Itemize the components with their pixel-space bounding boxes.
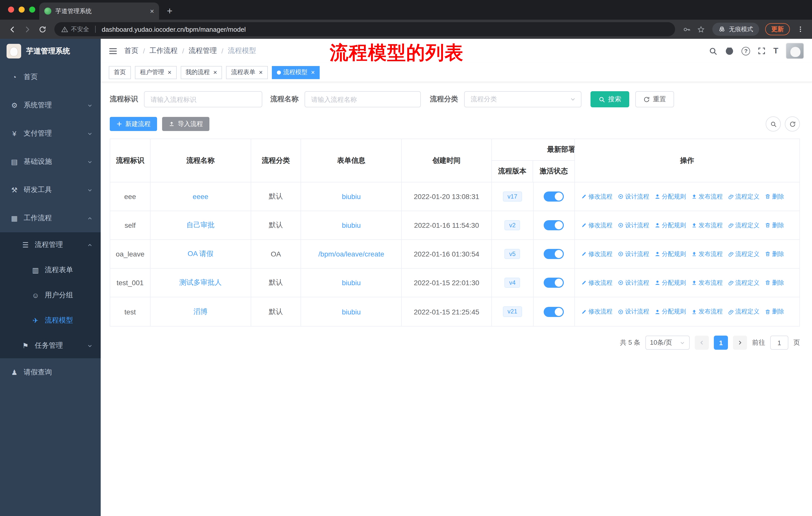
active-toggle[interactable] — [544, 278, 564, 288]
tag-item-2[interactable]: 我的流程× — [180, 66, 222, 79]
update-button[interactable]: 更新 — [765, 23, 790, 35]
goto-page-input[interactable] — [770, 335, 788, 350]
sidebar-item-system-manage[interactable]: ⚙系统管理 — [0, 91, 101, 119]
edit-process-link[interactable]: 修改流程 — [581, 278, 612, 287]
window-close-button[interactable] — [8, 6, 14, 12]
prev-page-button[interactable] — [695, 335, 709, 350]
breadcrumb-item[interactable]: 流程模型 — [228, 46, 256, 55]
tag-item-0[interactable]: 首页 — [109, 66, 131, 79]
assign-rule-link[interactable]: 分配规则 — [654, 278, 686, 287]
publish-process-link[interactable]: 发布流程 — [691, 278, 723, 287]
edit-process-link[interactable]: 修改流程 — [581, 192, 612, 201]
process-key-input[interactable] — [144, 91, 262, 107]
column-header[interactable]: 流程名称 — [150, 139, 251, 183]
show-search-button[interactable] — [766, 116, 781, 132]
sidebar-item-process-form[interactable]: ▥流程表单 — [0, 257, 101, 283]
sidebar-item-workflow[interactable]: ▦工作流程 — [0, 204, 101, 232]
assign-rule-link[interactable]: 分配规则 — [654, 221, 686, 229]
process-name-link[interactable]: 测试多审批人 — [179, 278, 222, 287]
publish-process-link[interactable]: 发布流程 — [691, 307, 723, 316]
publish-process-link[interactable]: 发布流程 — [691, 250, 723, 258]
column-header[interactable]: 表单信息 — [301, 139, 402, 183]
tag-close-icon[interactable]: × — [311, 69, 315, 75]
browser-tab[interactable]: 芋道管理系统 × — [39, 2, 159, 20]
import-process-button[interactable]: 导入流程 — [162, 117, 209, 131]
tab-close-icon[interactable]: × — [150, 7, 154, 15]
sidebar-item-user-group[interactable]: ☺用户分组 — [0, 283, 101, 308]
window-minimize-button[interactable] — [19, 6, 25, 12]
delete-link[interactable]: 删除 — [764, 307, 784, 316]
reset-button[interactable]: 重置 — [635, 91, 674, 107]
reload-icon[interactable] — [35, 22, 49, 36]
process-category-select[interactable]: 流程分类 — [464, 91, 581, 107]
active-toggle[interactable] — [544, 249, 564, 259]
search-button[interactable]: 搜索 — [590, 91, 629, 107]
process-definition-link[interactable]: 流程定义 — [728, 221, 759, 229]
delete-link[interactable]: 删除 — [764, 221, 784, 229]
menu-dots-icon[interactable] — [794, 23, 807, 36]
design-process-link[interactable]: 设计流程 — [617, 192, 649, 201]
github-icon[interactable] — [725, 46, 734, 55]
breadcrumb-item[interactable]: 工作流程 — [149, 46, 178, 55]
tag-item-4[interactable]: 流程模型× — [272, 66, 320, 79]
column-header[interactable]: 流程分类 — [251, 139, 301, 183]
sidebar-item-dev-tools[interactable]: ⚒研发工具 — [0, 176, 101, 204]
sidebar-collapse-icon[interactable] — [109, 47, 117, 55]
page-size-select[interactable]: 10条/页 — [645, 335, 690, 350]
active-toggle[interactable] — [544, 220, 564, 230]
publish-process-link[interactable]: 发布流程 — [691, 221, 723, 229]
search-icon[interactable] — [709, 47, 717, 55]
form-info-link[interactable]: biubiu — [342, 221, 361, 229]
design-process-link[interactable]: 设计流程 — [617, 250, 649, 258]
process-name-link[interactable]: eeee — [193, 192, 208, 200]
process-definition-link[interactable]: 流程定义 — [728, 278, 759, 287]
fullscreen-icon[interactable] — [758, 47, 766, 55]
process-name-input[interactable] — [304, 91, 421, 107]
form-info-link[interactable]: biubiu — [342, 279, 361, 287]
user-avatar[interactable] — [786, 43, 804, 59]
active-toggle[interactable] — [544, 307, 564, 317]
tag-close-icon[interactable]: × — [259, 69, 263, 75]
assign-rule-link[interactable]: 分配规则 — [654, 307, 686, 316]
form-info-link[interactable]: biubiu — [342, 308, 361, 316]
breadcrumb-item[interactable]: 首页 — [124, 46, 139, 55]
sidebar-item-leave-query[interactable]: ♟请假查询 — [0, 358, 101, 386]
process-definition-link[interactable]: 流程定义 — [728, 192, 759, 201]
process-name-link[interactable]: 自己审批 — [186, 221, 214, 230]
column-header[interactable]: 创建时间 — [402, 139, 492, 183]
delete-link[interactable]: 删除 — [764, 278, 784, 287]
form-info-link[interactable]: biubiu — [342, 192, 361, 200]
design-process-link[interactable]: 设计流程 — [617, 221, 649, 229]
delete-link[interactable]: 删除 — [764, 250, 784, 258]
new-tab-button[interactable]: + — [163, 4, 176, 18]
process-definition-link[interactable]: 流程定义 — [728, 307, 759, 316]
sidebar-item-process-model[interactable]: ✈流程模型 — [0, 308, 101, 333]
tag-item-3[interactable]: 流程表单× — [226, 66, 267, 79]
design-process-link[interactable]: 设计流程 — [617, 307, 649, 316]
process-name-link[interactable]: 滔博 — [193, 307, 207, 316]
forward-icon[interactable] — [20, 22, 34, 36]
edit-process-link[interactable]: 修改流程 — [581, 307, 612, 316]
sidebar-item-task-manage[interactable]: ⚑任务管理 — [0, 333, 101, 358]
active-toggle[interactable] — [544, 191, 564, 201]
tag-close-icon[interactable]: × — [213, 69, 217, 75]
process-name-link[interactable]: OA 请假 — [187, 249, 213, 259]
process-definition-link[interactable]: 流程定义 — [728, 250, 759, 258]
tag-close-icon[interactable]: × — [168, 69, 171, 75]
font-size-icon[interactable]: T — [773, 46, 778, 55]
sidebar-item-infrastructure[interactable]: ▤基础设施 — [0, 147, 101, 176]
help-icon[interactable]: ? — [742, 47, 750, 55]
sidebar-item-process-manage[interactable]: ☰流程管理 — [0, 232, 101, 257]
column-header[interactable]: 流程标识 — [110, 139, 150, 183]
edit-process-link[interactable]: 修改流程 — [581, 250, 612, 258]
breadcrumb-item[interactable]: 流程管理 — [189, 46, 217, 55]
column-header[interactable]: 流程版本 — [492, 161, 533, 182]
page-number-button[interactable]: 1 — [714, 335, 728, 350]
delete-link[interactable]: 删除 — [764, 192, 784, 201]
column-header[interactable]: 激活状态 — [533, 161, 574, 182]
window-zoom-button[interactable] — [29, 6, 35, 12]
assign-rule-link[interactable]: 分配规则 — [654, 250, 686, 258]
publish-process-link[interactable]: 发布流程 — [691, 192, 723, 201]
key-icon[interactable] — [680, 23, 693, 36]
refresh-table-button[interactable] — [785, 116, 800, 132]
